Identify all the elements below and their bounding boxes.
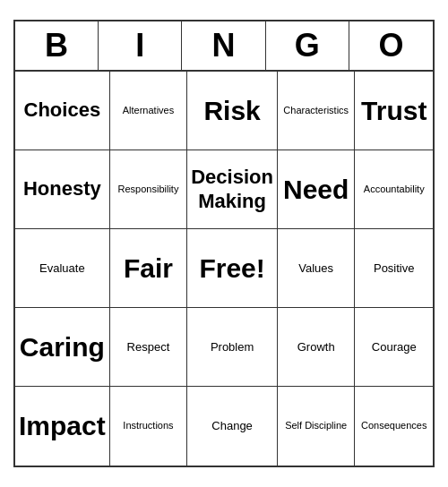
cell-label: Accountability [364,184,425,195]
cell-label: Change [211,419,253,433]
bingo-header: BINGO [15,21,433,72]
cell-label: Honesty [23,177,101,201]
cell-label: Growth [297,340,335,355]
bingo-cell[interactable]: Alternatives [110,72,188,150]
cell-label: Fair [124,252,173,285]
cell-label: Decision Making [191,166,273,213]
cell-label: Problem [211,340,254,355]
bingo-cell[interactable]: Problem [187,308,278,387]
cell-label: Instructions [123,420,173,431]
cell-label: Characteristics [283,105,349,116]
bingo-cell[interactable]: Honesty [15,150,110,229]
cell-label: Values [298,261,333,276]
bingo-cell[interactable]: Risk [187,72,278,150]
cell-label: Self Discipline [285,420,347,431]
cell-label: Alternatives [123,105,174,116]
bingo-cell[interactable]: Choices [15,72,110,150]
bingo-cell[interactable]: Consequences [355,387,433,466]
cell-label: Need [283,174,349,206]
bingo-cell[interactable]: Instructions [110,387,188,466]
header-letter: I [99,21,182,70]
bingo-cell[interactable]: Positive [355,229,433,308]
cell-label: Evaluate [39,261,85,276]
bingo-cell[interactable]: Values [278,229,356,308]
bingo-card: BINGO ChoicesAlternativesRiskCharacteris… [13,20,435,467]
cell-label: Respect [127,340,170,355]
bingo-cell[interactable]: Courage [355,308,433,387]
bingo-cell[interactable]: Trust [355,72,433,150]
cell-label: Impact [19,410,106,442]
header-letter: N [182,21,265,70]
cell-label: Responsibility [118,184,179,195]
bingo-cell[interactable]: Decision Making [187,150,278,229]
bingo-cell[interactable]: Accountability [355,150,433,229]
bingo-cell[interactable]: Caring [15,308,110,387]
header-letter: B [15,21,99,70]
bingo-cell[interactable]: Characteristics [278,72,356,150]
bingo-cell[interactable]: Responsibility [110,150,188,229]
bingo-cell[interactable]: Need [278,150,356,229]
cell-label: Free! [199,252,264,285]
bingo-cell[interactable]: Impact [15,387,110,466]
bingo-cell[interactable]: Respect [110,308,188,387]
header-letter: G [266,21,349,70]
bingo-cell[interactable]: Self Discipline [278,387,356,466]
bingo-cell[interactable]: Fair [110,229,188,308]
bingo-cell[interactable]: Growth [278,308,356,387]
cell-label: Caring [20,331,105,363]
bingo-cell[interactable]: Evaluate [15,229,110,308]
cell-label: Choices [24,98,101,122]
cell-label: Trust [361,95,426,127]
header-letter: O [349,21,433,70]
cell-label: Positive [374,261,415,276]
bingo-grid: ChoicesAlternativesRiskCharacteristicsTr… [15,72,433,466]
cell-label: Risk [203,95,260,127]
bingo-cell[interactable]: Change [187,387,278,466]
cell-label: Consequences [361,420,426,431]
cell-label: Courage [372,340,417,355]
bingo-cell[interactable]: Free! [187,229,278,308]
